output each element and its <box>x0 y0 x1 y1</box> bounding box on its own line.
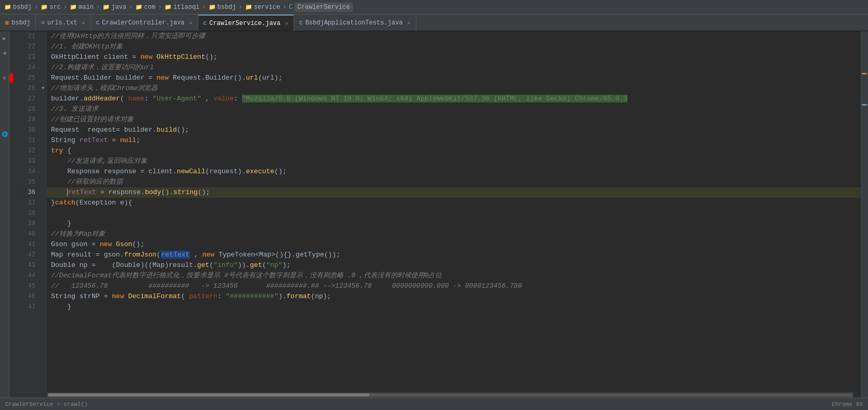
code-line-24: //2.构建请求，设置要访问的url <box>47 62 861 73</box>
line-41: 41 <box>14 239 35 250</box>
tab-tests-label: BsbdjApplicationTests.java <box>305 19 403 27</box>
status-breadcrumb-text: CrawlerService › crawl() <box>5 401 87 407</box>
txt-icon: ≡ <box>41 20 45 26</box>
fold-33[interactable] <box>40 146 47 156</box>
folder-icon-java: 📁 <box>103 4 110 10</box>
fold-28[interactable] <box>40 94 47 104</box>
line-39: 39 <box>14 219 35 229</box>
folder-icon: 📁 <box>4 4 11 10</box>
code-line-28: //3. 发送请求 <box>47 104 861 114</box>
line-42: 42 <box>14 250 35 260</box>
line-47: 47 <box>14 302 35 312</box>
tab-bsbdj[interactable]: ▣ bsbdj <box>0 15 36 31</box>
fold-gutter: ▼ <box>40 31 47 398</box>
fold-29[interactable] <box>40 104 47 114</box>
java-icon-controller: C <box>96 20 100 26</box>
fold-31[interactable] <box>40 125 47 135</box>
line-34: 34 <box>14 166 35 177</box>
code-line-33: //发送请求,返回响应对象 <box>47 156 861 166</box>
code-line-23: OkHttpClient client = new OkHttpClient()… <box>47 52 861 62</box>
status-breadcrumb: CrawlerService › crawl() <box>5 401 87 407</box>
tab-controller-label: CrawlerController.java <box>102 19 184 27</box>
h-scrollbar[interactable] <box>47 392 853 398</box>
fold-36[interactable] <box>40 177 47 187</box>
code-line-41: Gson gson = new Gson(); <box>47 239 861 250</box>
fold-23[interactable] <box>40 42 47 52</box>
tab-close-service[interactable]: ✕ <box>285 20 288 27</box>
fold-22[interactable] <box>40 31 47 42</box>
line-33: 33 <box>14 156 35 166</box>
line-31: 31 <box>14 135 35 146</box>
tab-tests[interactable]: C BsbdjApplicationTests.java ✕ <box>294 15 416 31</box>
line-30: 30 <box>14 125 35 135</box>
folder-icon-service: 📁 <box>245 4 252 10</box>
code-line-45: // 123456.78 ########## -> 123456 ######… <box>47 281 861 291</box>
bp-empty3 <box>9 52 14 62</box>
bp-dot-25 <box>9 73 14 83</box>
title-bar: 📁 bsbdj › 📁 src › 📁 main › 📁 java › 📁 co… <box>0 0 868 15</box>
code-line-36: retText = response.body().string(); <box>47 187 861 198</box>
project-icon: ▣ <box>5 19 9 27</box>
fold-37[interactable] <box>40 187 47 198</box>
fold-25[interactable] <box>40 62 47 73</box>
line-26: 26 <box>14 83 35 94</box>
line-36: 36 <box>14 187 35 198</box>
code-line-38 <box>47 208 861 219</box>
bp-gutter <box>9 31 14 398</box>
tab-bsbdj-label: bsbdj <box>11 19 30 27</box>
folder-icon-bsbdj: 📁 <box>209 4 216 10</box>
tab-controller[interactable]: C CrawlerController.java ✕ <box>91 15 198 31</box>
java-icon-service: C <box>203 20 207 27</box>
code-line-25: Request.Builder builder = new Request.Bu… <box>47 73 861 83</box>
line-numbers: 21 22 23 24 25 26 27 28 29 30 31 32 33 3… <box>14 31 40 398</box>
tab-service-label: CrawlerService.java <box>209 20 280 27</box>
sidebar-icon-3[interactable]: ⚙ <box>3 75 6 81</box>
folder-icon-com: 📁 <box>135 4 143 10</box>
line-29: 29 <box>14 114 35 125</box>
fold-32[interactable] <box>40 135 47 146</box>
code-line-40: //转换为Map对象 <box>47 229 861 239</box>
breadcrumb-active-class: CrawlerService <box>295 3 353 12</box>
breadcrumb-class-icon: C <box>289 4 292 11</box>
fold-24[interactable] <box>40 52 47 62</box>
code-line-47: } <box>47 302 861 312</box>
status-chrome: Chrome 65 <box>832 401 863 407</box>
left-sidebar: ▶ ◀ ⚙ 🌐 <box>0 31 9 398</box>
code-area[interactable]: //使用OkHttp的方法依照同样，只需安适即可步骤 //1. 创建OKHttp… <box>47 31 861 398</box>
h-scrollbar-track[interactable] <box>48 393 852 396</box>
code-line-26: //增加请求头，模拟Chrome浏览器 <box>47 83 861 94</box>
code-line-46: String strNP = new DecimalFormat( patter… <box>47 291 861 302</box>
line-21: 21 <box>14 31 35 42</box>
code-line-22: //1. 创建OKHttp对象 <box>47 42 861 52</box>
sidebar-icon-1[interactable]: ▶ <box>3 35 6 42</box>
h-scrollbar-thumb[interactable] <box>48 393 369 396</box>
line-35: 35 <box>14 177 35 187</box>
fold-27[interactable]: ▼ <box>40 83 47 94</box>
mini-map[interactable] <box>861 31 868 398</box>
fold-26[interactable] <box>40 73 47 83</box>
folder-icon-itlaoqi: 📁 <box>164 4 172 10</box>
folder-icon-src: 📁 <box>41 4 48 10</box>
code-line-31: String retText = null; <box>47 135 861 146</box>
line-45: 45 <box>14 281 35 291</box>
line-44: 44 <box>14 271 35 281</box>
fold-34[interactable] <box>40 156 47 166</box>
bp-empty <box>9 31 14 42</box>
fold-35[interactable] <box>40 166 47 177</box>
code-line-35: //获取响应的数据 <box>47 177 861 187</box>
tab-service[interactable]: C CrawlerService.java ✕ <box>198 15 294 31</box>
code-line-21: //使用OkHttp的方法依照同样，只需安适即可步骤 <box>47 31 861 42</box>
bp-empty2 <box>9 42 14 52</box>
fold-30[interactable] <box>40 114 47 125</box>
minimap-marker-1 <box>862 73 867 74</box>
tab-urls[interactable]: ≡ urls.txt ✕ <box>36 15 91 31</box>
sidebar-icon-web[interactable]: 🌐 <box>2 131 8 137</box>
code-line-30: Request request= builder.build(); <box>47 125 861 135</box>
sidebar-icon-2[interactable]: ◀ <box>3 50 6 56</box>
code-line-27: builder.addHeader( name: "User-Agent" , … <box>47 94 861 104</box>
status-chrome-version: Chrome 65 <box>832 401 863 407</box>
tab-close-controller[interactable]: ✕ <box>189 20 193 26</box>
content-wrapper: 21 22 23 24 25 26 27 28 29 30 31 32 33 3… <box>9 31 868 398</box>
tab-close-urls[interactable]: ✕ <box>82 20 85 26</box>
tab-close-tests[interactable]: ✕ <box>407 20 411 26</box>
